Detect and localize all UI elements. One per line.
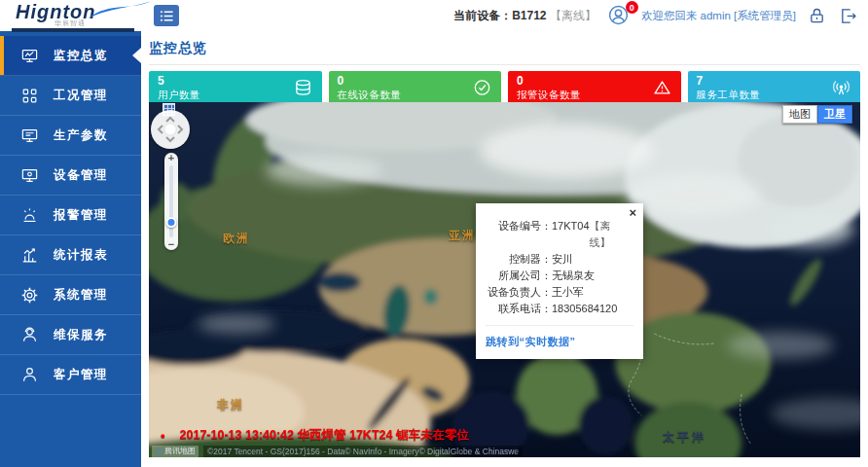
map-type-switcher: 地图 卫星 xyxy=(782,105,852,124)
sidebar-item-label: 生产参数 xyxy=(54,127,108,144)
popup-row-value: 17KT04 xyxy=(552,218,590,251)
collapse-menu-button[interactable] xyxy=(154,5,179,26)
bar-chart-icon xyxy=(20,246,39,265)
lock-screen-button[interactable] xyxy=(807,6,827,26)
username: admin xyxy=(701,10,731,21)
alarm-text: 2017-10-13 13:40:42 华西焊管 17KT24 锯车未在零位 xyxy=(180,427,469,444)
notification-badge: 0 xyxy=(626,1,638,14)
top-header: Hignton 华辰智通 当前设备：B1712 【离线】 0 欢迎您回来 adm… xyxy=(0,0,868,31)
sidebar-item-label: 维保服务 xyxy=(54,327,108,343)
popup-row: 控制器：安川 xyxy=(486,251,633,268)
sidebar-item-label: 系统管理 xyxy=(54,287,108,304)
stat-cards-row: 5 用户数量 0 在线设备数量 0 报警设备数量 7 服务工单数量 xyxy=(149,71,860,104)
zoom-track[interactable] xyxy=(169,165,173,237)
current-device-info: 当前设备：B1712 【离线】 xyxy=(453,8,597,24)
stat-card-users[interactable]: 5 用户数量 xyxy=(149,71,322,104)
stat-card-alarm-devices[interactable]: 0 报警设备数量 xyxy=(508,71,681,104)
realtime-data-link[interactable]: 跳转到“实时数据” xyxy=(486,325,633,349)
main-content: 监控总览 5 用户数量 0 在线设备数量 0 报警设备数量 7 服务工单数量 xyxy=(141,31,868,467)
device-label: 当前设备： xyxy=(453,9,512,22)
user-notifications-button[interactable]: 0 xyxy=(607,4,631,27)
popup-row-value: 18305684120 xyxy=(552,301,617,317)
sidebar-item-label: 统计报表 xyxy=(54,247,108,264)
support-person-icon xyxy=(20,326,39,344)
broadcast-icon xyxy=(831,78,851,98)
alarm-siren-icon xyxy=(20,206,39,225)
map-attribution: 腾讯地图 ©2017 Tencent - GS(2017)156 - Data©… xyxy=(149,445,860,457)
grid-icon xyxy=(20,87,39,105)
popup-row: 设备编号：17KT04【离线】 xyxy=(486,218,633,251)
device-status: 【离线】 xyxy=(550,9,597,22)
map-zoom-slider: + − xyxy=(164,153,178,250)
logo-underline xyxy=(12,28,134,32)
device-info-popup: × 设备编号：17KT04【离线】 控制器：安川 所属公司：无锡泉友 设备负责人… xyxy=(476,203,643,359)
sidebar-item-alarm-mgmt[interactable]: 报警管理 xyxy=(0,196,141,235)
sidebar-item-label: 设备管理 xyxy=(54,167,108,184)
popup-row-label: 所属公司： xyxy=(486,268,552,284)
map-logo-icon xyxy=(155,448,163,455)
logout-button[interactable] xyxy=(838,6,858,26)
stat-value: 0 xyxy=(338,74,493,89)
monitor-overview-icon xyxy=(20,47,39,65)
warning-triangle-icon xyxy=(652,78,672,98)
map-label-europe: 欧洲 xyxy=(223,231,250,247)
popup-row: 所属公司：无锡泉友 xyxy=(486,268,633,284)
popup-row-label: 联系电话： xyxy=(486,301,552,317)
stat-label: 在线设备数量 xyxy=(338,89,493,101)
device-value: B1712 xyxy=(512,9,546,22)
map-type-map-button[interactable]: 地图 xyxy=(782,105,817,124)
map-pan-control[interactable] xyxy=(151,110,190,149)
sidebar-item-condition-mgmt[interactable]: 工况管理 xyxy=(0,76,141,116)
user-role: [系统管理员] xyxy=(734,10,796,21)
popup-row-value: 安川 xyxy=(552,251,573,268)
zoom-out-button[interactable]: − xyxy=(168,239,174,250)
company-logo: Hignton 华辰智通 xyxy=(16,1,144,31)
list-icon xyxy=(160,10,174,22)
sidebar-item-device-mgmt[interactable]: 设备管理 xyxy=(0,156,141,196)
pan-center-dot xyxy=(164,124,177,136)
popup-row: 设备负责人：王小军 xyxy=(486,284,633,301)
stat-label: 服务工单数量 xyxy=(697,89,852,101)
check-circle-icon xyxy=(472,78,492,98)
sidebar-item-label: 客户管理 xyxy=(54,367,108,383)
gear-icon xyxy=(20,286,39,305)
attribution-text: ©2017 Tencent - GS(2017)156 - Data© NavI… xyxy=(203,446,523,457)
stat-label: 用户数量 xyxy=(158,89,313,101)
alarm-ticker: • 2017-10-13 13:40:42 华西焊管 17KT24 锯车未在零位 xyxy=(161,427,469,444)
monitor-device-icon xyxy=(20,166,39,185)
zoom-thumb[interactable] xyxy=(166,217,177,228)
popup-row-label: 设备负责人： xyxy=(486,284,552,301)
map-label-asia: 亚洲 xyxy=(449,228,476,244)
stat-card-online-devices[interactable]: 0 在线设备数量 xyxy=(329,71,502,104)
sidebar-item-maintenance-service[interactable]: 维保服务 xyxy=(0,315,141,355)
map-panel: + − 地图 卫星 欧洲 亚洲 非洲 中 国 太平洋 × 设备编号：17KT04… xyxy=(149,102,860,457)
popup-row: 联系电话：18305684120 xyxy=(486,301,633,317)
stat-value: 0 xyxy=(517,74,672,89)
main-sidebar: 监控总览 工况管理 生产参数 设备管理 报警管理 统计报表 系 xyxy=(0,31,141,467)
sidebar-item-label: 监控总览 xyxy=(54,48,108,64)
alarm-bullet: • xyxy=(161,428,165,443)
sidebar-item-label: 报警管理 xyxy=(54,207,108,224)
person-icon xyxy=(20,366,39,384)
zoom-in-button[interactable]: + xyxy=(168,153,174,163)
stat-card-service-orders[interactable]: 7 服务工单数量 xyxy=(688,71,861,104)
sidebar-item-monitor-overview[interactable]: 监控总览 xyxy=(0,36,141,76)
tencent-map-logo: 腾讯地图 xyxy=(152,446,199,457)
sidebar-item-production-params[interactable]: 生产参数 xyxy=(0,116,141,156)
database-icon xyxy=(293,78,313,98)
close-icon[interactable]: × xyxy=(629,206,636,219)
map-label-africa: 非洲 xyxy=(217,397,244,413)
page-title: 监控总览 xyxy=(149,40,860,65)
popup-row-value: 王小军 xyxy=(552,284,584,301)
popup-row-label: 设备编号： xyxy=(486,218,552,251)
sidebar-item-system-mgmt[interactable]: 系统管理 xyxy=(0,275,141,315)
sidebar-item-customer-mgmt[interactable]: 客户管理 xyxy=(0,355,141,395)
logo-swoosh-icon xyxy=(86,0,158,20)
map-type-satellite-button[interactable]: 卫星 xyxy=(817,105,852,124)
stat-value: 5 xyxy=(158,74,313,89)
map-label-pacific: 太平洋 xyxy=(663,429,706,446)
sidebar-item-report-stats[interactable]: 统计报表 xyxy=(0,235,141,275)
stat-value: 7 xyxy=(697,74,852,89)
popup-device-status: 【离线】 xyxy=(590,218,633,251)
popup-row-label: 控制器： xyxy=(486,251,552,268)
